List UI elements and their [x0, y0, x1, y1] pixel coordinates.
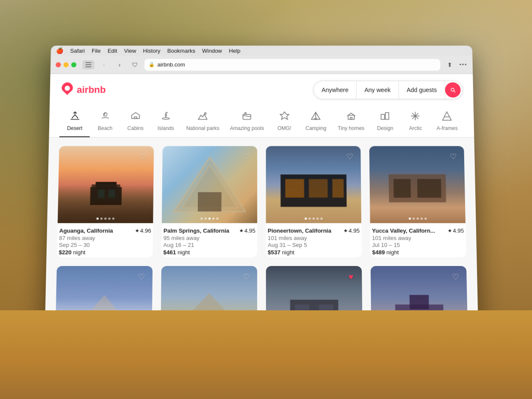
svg-rect-13	[385, 113, 389, 119]
beach-label: Beach	[98, 125, 112, 131]
arctic-icon	[410, 111, 421, 123]
image-dots	[200, 218, 218, 220]
amazing-pools-label: Amazing pools	[230, 125, 264, 131]
listing-location: Pioneertown, California	[268, 227, 331, 234]
view-menu[interactable]: View	[124, 47, 136, 54]
wishlist-button[interactable]: ♡	[446, 150, 460, 163]
desert-icon	[70, 111, 80, 123]
apple-menu[interactable]: 🍎	[56, 47, 63, 54]
category-arctic[interactable]: Arctic	[400, 106, 430, 137]
category-tiny-homes[interactable]: Tiny homes	[332, 106, 370, 137]
address-bar[interactable]: 🔒 airbnb.com	[145, 59, 441, 70]
svg-rect-9	[243, 114, 251, 119]
anywhere-pill[interactable]: Anywhere	[314, 81, 357, 99]
any-week-pill[interactable]: Any week	[356, 81, 399, 99]
listing-image: ♡	[162, 146, 257, 223]
svg-rect-27	[285, 179, 304, 198]
minimize-button[interactable]	[63, 62, 69, 67]
svg-point-8	[205, 113, 207, 114]
listing-price: $461 night	[163, 249, 255, 256]
listing-card-yucca[interactable]: ♡ Yucc	[369, 146, 466, 258]
listing-rating: ★ 4.96	[135, 227, 151, 234]
category-islands[interactable]: Islands	[150, 106, 181, 137]
dot	[212, 218, 215, 220]
fullscreen-button[interactable]	[71, 62, 77, 67]
wishlist-button[interactable]: ♡	[240, 150, 253, 163]
listing-details: Pioneertown, California ★ 4.95 101 miles…	[266, 223, 362, 257]
category-beach[interactable]: Beach	[90, 106, 121, 137]
category-desert[interactable]: Desert	[59, 106, 90, 137]
svg-rect-28	[309, 179, 328, 198]
listing-dates: Aug 31 – Sep 5	[268, 242, 360, 248]
more-btn[interactable]: •••	[459, 62, 467, 67]
listing-card-pioneertown[interactable]: ♡ Pion	[266, 146, 362, 258]
listing-card-aguanga[interactable]: ♡ Agua	[57, 146, 154, 258]
listing-rating: ★ 4.95	[447, 227, 464, 234]
dot	[417, 218, 419, 220]
image-dots	[409, 218, 427, 220]
dot	[104, 218, 106, 220]
wishlist-button[interactable]: ♡	[343, 150, 356, 163]
category-national-parks[interactable]: National parks	[181, 106, 225, 137]
traffic-lights	[56, 62, 77, 67]
wishlist-button[interactable]: ♥	[344, 270, 357, 284]
listing-image: ♡	[266, 146, 361, 223]
url-text: airbnb.com	[157, 62, 185, 68]
amazing-pools-icon	[242, 111, 252, 123]
a-frames-label: A-frames	[437, 125, 458, 131]
star-icon: ★	[447, 228, 452, 234]
category-a-frames[interactable]: A-frames	[430, 106, 464, 137]
wishlist-button[interactable]: ♡	[449, 270, 462, 284]
category-cabins[interactable]: Cabins	[120, 106, 151, 137]
category-amazing-pools[interactable]: Amazing pools	[225, 106, 270, 137]
svg-rect-6	[134, 117, 137, 119]
dot	[305, 218, 307, 220]
listing-details: Aguanga, California ★ 4.96 87 miles away…	[57, 223, 153, 257]
share-button[interactable]: ⬆	[444, 60, 456, 69]
sidebar-toggle[interactable]	[82, 60, 95, 69]
listing-distance: 101 miles away	[268, 235, 360, 242]
svg-rect-12	[381, 114, 385, 119]
listing-price: $220 night	[59, 249, 151, 256]
svg-rect-11	[350, 117, 352, 120]
omg-label: OMG!	[278, 125, 291, 131]
category-design[interactable]: Design	[370, 106, 400, 137]
svg-rect-2	[86, 66, 92, 66]
safari-menu[interactable]: Safari	[70, 47, 85, 54]
edit-menu[interactable]: Edit	[108, 47, 117, 54]
listing-card-palm-springs[interactable]: ♡ Palm	[161, 146, 257, 258]
dot	[317, 218, 319, 220]
dot	[409, 218, 411, 220]
airbnb-logo[interactable]: airbnb	[60, 82, 106, 98]
search-button[interactable]	[445, 82, 461, 98]
islands-icon	[160, 111, 171, 123]
listing-distance: 95 miles away	[164, 235, 256, 242]
close-button[interactable]	[56, 62, 61, 67]
add-guests-pill[interactable]: Add guests	[399, 81, 445, 99]
svg-rect-20	[95, 182, 116, 189]
tiny-homes-label: Tiny homes	[338, 125, 364, 131]
back-button[interactable]: ‹	[98, 60, 110, 69]
wishlist-button[interactable]: ♡	[239, 270, 253, 284]
dot	[208, 218, 211, 220]
svg-rect-0	[86, 62, 92, 63]
help-menu[interactable]: Help	[229, 47, 240, 54]
file-menu[interactable]: File	[92, 47, 101, 54]
svg-rect-21	[98, 190, 104, 198]
forward-button[interactable]: ›	[113, 60, 125, 69]
listing-image: ♡	[369, 146, 466, 223]
dot	[216, 218, 219, 220]
wishlist-button[interactable]: ♡	[136, 150, 149, 163]
window-menu[interactable]: Window	[202, 47, 222, 54]
desert-label: Desert	[67, 125, 82, 131]
category-camping[interactable]: Camping	[300, 106, 332, 137]
star-icon: ★	[135, 228, 139, 234]
listing-distance: 87 miles away	[59, 235, 151, 242]
bookmarks-menu[interactable]: Bookmarks	[167, 47, 195, 54]
dot	[108, 218, 110, 220]
history-menu[interactable]: History	[143, 47, 160, 54]
browser-window: 🍎 Safari File Edit View History Bookmark…	[44, 46, 479, 355]
wishlist-button[interactable]: ♡	[135, 270, 148, 284]
category-omg[interactable]: OMG!	[269, 106, 300, 137]
svg-rect-22	[108, 190, 114, 198]
